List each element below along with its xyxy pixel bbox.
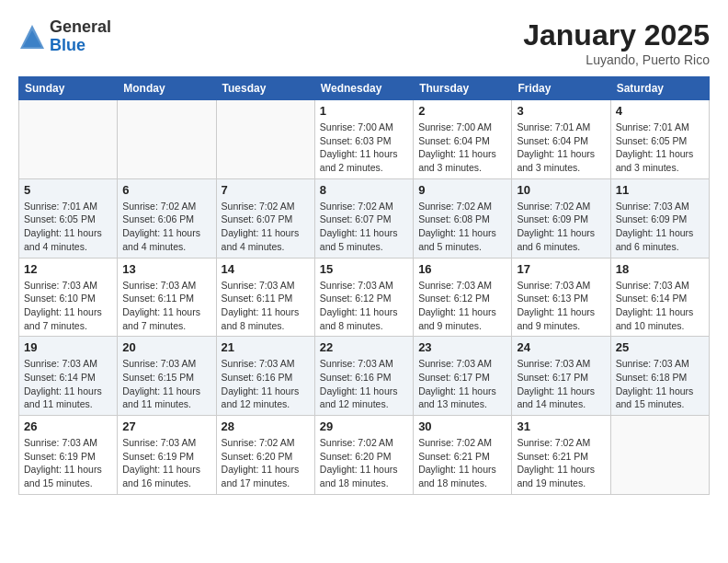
header-row: SundayMondayTuesdayWednesdayThursdayFrid… xyxy=(19,77,710,100)
day-info: Sunrise: 7:03 AM Sunset: 6:12 PM Dayligh… xyxy=(418,279,506,333)
calendar-day-cell: 16Sunrise: 7:03 AM Sunset: 6:12 PM Dayli… xyxy=(414,258,512,337)
day-info: Sunrise: 7:03 AM Sunset: 6:16 PM Dayligh… xyxy=(320,357,408,411)
calendar-day-cell: 3Sunrise: 7:01 AM Sunset: 6:04 PM Daylig… xyxy=(512,100,610,179)
day-info: Sunrise: 7:01 AM Sunset: 6:04 PM Dayligh… xyxy=(517,121,605,175)
calendar-day-cell: 9Sunrise: 7:02 AM Sunset: 6:08 PM Daylig… xyxy=(414,178,512,258)
day-number: 9 xyxy=(418,183,506,197)
day-info: Sunrise: 7:02 AM Sunset: 6:08 PM Dayligh… xyxy=(418,200,506,254)
calendar-body: 1Sunrise: 7:00 AM Sunset: 6:03 PM Daylig… xyxy=(19,100,710,495)
calendar-day-cell: 1Sunrise: 7:00 AM Sunset: 6:03 PM Daylig… xyxy=(314,100,413,179)
day-of-week-header: Wednesday xyxy=(314,77,413,100)
calendar-day-cell xyxy=(610,416,709,495)
calendar-day-cell: 8Sunrise: 7:02 AM Sunset: 6:07 PM Daylig… xyxy=(314,178,413,258)
calendar-day-cell xyxy=(118,100,216,179)
calendar-day-cell: 17Sunrise: 7:03 AM Sunset: 6:13 PM Dayli… xyxy=(512,258,610,337)
calendar-day-cell: 22Sunrise: 7:03 AM Sunset: 6:16 PM Dayli… xyxy=(314,337,413,416)
day-info: Sunrise: 7:03 AM Sunset: 6:11 PM Dayligh… xyxy=(122,279,210,333)
day-number: 3 xyxy=(517,104,605,118)
calendar-day-cell: 7Sunrise: 7:02 AM Sunset: 6:07 PM Daylig… xyxy=(216,178,314,258)
day-number: 4 xyxy=(616,104,704,118)
day-of-week-header: Thursday xyxy=(414,77,512,100)
day-info: Sunrise: 7:02 AM Sunset: 6:20 PM Dayligh… xyxy=(320,436,408,490)
calendar-table: SundayMondayTuesdayWednesdayThursdayFrid… xyxy=(18,76,710,495)
day-info: Sunrise: 7:03 AM Sunset: 6:11 PM Dayligh… xyxy=(222,279,310,333)
day-number: 30 xyxy=(418,419,506,433)
calendar-day-cell: 27Sunrise: 7:03 AM Sunset: 6:19 PM Dayli… xyxy=(118,416,216,495)
location-label: Luyando, Puerto Rico xyxy=(523,52,710,67)
day-number: 5 xyxy=(24,183,112,197)
day-info: Sunrise: 7:03 AM Sunset: 6:19 PM Dayligh… xyxy=(122,436,210,490)
day-number: 15 xyxy=(320,262,408,276)
day-info: Sunrise: 7:03 AM Sunset: 6:10 PM Dayligh… xyxy=(24,279,112,333)
calendar-day-cell: 19Sunrise: 7:03 AM Sunset: 6:14 PM Dayli… xyxy=(19,337,118,416)
day-number: 25 xyxy=(616,340,704,354)
day-info: Sunrise: 7:02 AM Sunset: 6:07 PM Dayligh… xyxy=(222,200,310,254)
calendar-day-cell: 21Sunrise: 7:03 AM Sunset: 6:16 PM Dayli… xyxy=(216,337,314,416)
day-info: Sunrise: 7:03 AM Sunset: 6:14 PM Dayligh… xyxy=(616,279,704,333)
day-number: 17 xyxy=(517,262,605,276)
logo-text: General Blue xyxy=(50,18,111,55)
calendar-header: SundayMondayTuesdayWednesdayThursdayFrid… xyxy=(19,77,710,100)
day-number: 12 xyxy=(24,262,112,276)
calendar-day-cell: 28Sunrise: 7:02 AM Sunset: 6:20 PM Dayli… xyxy=(216,416,314,495)
day-info: Sunrise: 7:02 AM Sunset: 6:06 PM Dayligh… xyxy=(122,200,210,254)
day-number: 29 xyxy=(320,419,408,433)
day-number: 24 xyxy=(517,340,605,354)
logo: General Blue xyxy=(18,18,111,55)
logo-general-label: General xyxy=(50,18,111,37)
day-of-week-header: Monday xyxy=(118,77,216,100)
day-number: 6 xyxy=(122,183,210,197)
calendar-week-row: 19Sunrise: 7:03 AM Sunset: 6:14 PM Dayli… xyxy=(19,337,710,416)
calendar-day-cell: 11Sunrise: 7:03 AM Sunset: 6:09 PM Dayli… xyxy=(610,178,709,258)
day-number: 11 xyxy=(616,183,704,197)
calendar-week-row: 5Sunrise: 7:01 AM Sunset: 6:05 PM Daylig… xyxy=(19,178,710,258)
day-number: 13 xyxy=(122,262,210,276)
day-info: Sunrise: 7:02 AM Sunset: 6:09 PM Dayligh… xyxy=(517,200,605,254)
day-info: Sunrise: 7:02 AM Sunset: 6:21 PM Dayligh… xyxy=(418,436,506,490)
day-number: 31 xyxy=(517,419,605,433)
day-of-week-header: Friday xyxy=(512,77,610,100)
calendar-day-cell: 4Sunrise: 7:01 AM Sunset: 6:05 PM Daylig… xyxy=(610,100,709,179)
day-info: Sunrise: 7:03 AM Sunset: 6:16 PM Dayligh… xyxy=(222,357,310,411)
calendar-week-row: 12Sunrise: 7:03 AM Sunset: 6:10 PM Dayli… xyxy=(19,258,710,337)
day-info: Sunrise: 7:00 AM Sunset: 6:04 PM Dayligh… xyxy=(418,121,506,175)
day-info: Sunrise: 7:02 AM Sunset: 6:20 PM Dayligh… xyxy=(222,436,310,490)
day-number: 18 xyxy=(616,262,704,276)
calendar-day-cell: 24Sunrise: 7:03 AM Sunset: 6:17 PM Dayli… xyxy=(512,337,610,416)
calendar-week-row: 26Sunrise: 7:03 AM Sunset: 6:19 PM Dayli… xyxy=(19,416,710,495)
day-info: Sunrise: 7:03 AM Sunset: 6:17 PM Dayligh… xyxy=(517,357,605,411)
calendar-day-cell xyxy=(19,100,118,179)
calendar-day-cell: 26Sunrise: 7:03 AM Sunset: 6:19 PM Dayli… xyxy=(19,416,118,495)
day-info: Sunrise: 7:02 AM Sunset: 6:21 PM Dayligh… xyxy=(517,436,605,490)
day-info: Sunrise: 7:03 AM Sunset: 6:09 PM Dayligh… xyxy=(616,200,704,254)
calendar-day-cell: 25Sunrise: 7:03 AM Sunset: 6:18 PM Dayli… xyxy=(610,337,709,416)
calendar-day-cell: 14Sunrise: 7:03 AM Sunset: 6:11 PM Dayli… xyxy=(216,258,314,337)
day-number: 28 xyxy=(222,419,310,433)
calendar-day-cell: 18Sunrise: 7:03 AM Sunset: 6:14 PM Dayli… xyxy=(610,258,709,337)
day-info: Sunrise: 7:03 AM Sunset: 6:15 PM Dayligh… xyxy=(122,357,210,411)
day-number: 22 xyxy=(320,340,408,354)
day-info: Sunrise: 7:03 AM Sunset: 6:19 PM Dayligh… xyxy=(24,436,112,490)
calendar-day-cell: 5Sunrise: 7:01 AM Sunset: 6:05 PM Daylig… xyxy=(19,178,118,258)
day-info: Sunrise: 7:00 AM Sunset: 6:03 PM Dayligh… xyxy=(320,121,408,175)
day-of-week-header: Saturday xyxy=(610,77,709,100)
day-info: Sunrise: 7:02 AM Sunset: 6:07 PM Dayligh… xyxy=(320,200,408,254)
day-info: Sunrise: 7:03 AM Sunset: 6:14 PM Dayligh… xyxy=(24,357,112,411)
title-block: January 2025 Luyando, Puerto Rico xyxy=(523,18,710,67)
calendar-day-cell xyxy=(216,100,314,179)
page-header: General Blue January 2025 Luyando, Puert… xyxy=(18,18,710,67)
day-number: 16 xyxy=(418,262,506,276)
day-info: Sunrise: 7:03 AM Sunset: 6:12 PM Dayligh… xyxy=(320,279,408,333)
day-number: 26 xyxy=(24,419,112,433)
day-number: 10 xyxy=(517,183,605,197)
day-info: Sunrise: 7:03 AM Sunset: 6:13 PM Dayligh… xyxy=(517,279,605,333)
day-info: Sunrise: 7:01 AM Sunset: 6:05 PM Dayligh… xyxy=(616,121,704,175)
day-number: 2 xyxy=(418,104,506,118)
day-of-week-header: Tuesday xyxy=(216,77,314,100)
logo-icon xyxy=(18,23,46,51)
calendar-day-cell: 23Sunrise: 7:03 AM Sunset: 6:17 PM Dayli… xyxy=(414,337,512,416)
day-number: 7 xyxy=(222,183,310,197)
calendar-day-cell: 12Sunrise: 7:03 AM Sunset: 6:10 PM Dayli… xyxy=(19,258,118,337)
day-number: 23 xyxy=(418,340,506,354)
day-number: 19 xyxy=(24,340,112,354)
